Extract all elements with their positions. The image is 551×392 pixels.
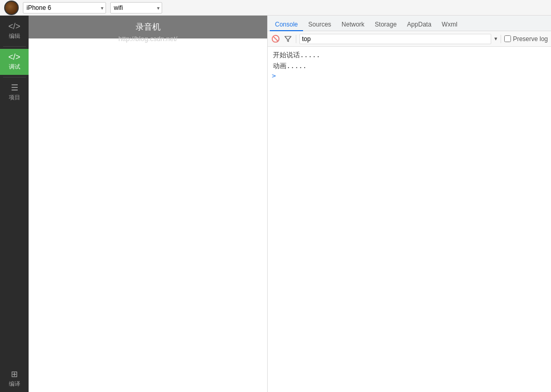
editor-icon: </> <box>8 22 20 31</box>
wifi-select[interactable]: wifi <box>110 2 162 14</box>
phone-area: 录音机 http://blog.csdn.net/ <box>29 16 268 392</box>
toolbar-divider-1 <box>296 35 296 43</box>
debug-icon: </> <box>8 53 20 61</box>
filter-icon[interactable] <box>283 34 293 44</box>
sidebar-label-project: 项目 <box>9 94 20 101</box>
filter-arrow-icon[interactable]: ▾ <box>494 35 497 42</box>
devtools-toolbar: 🚫 ▾ Preserve log <box>268 31 551 47</box>
tab-storage[interactable]: Storage <box>370 19 402 31</box>
tab-console-label: Console <box>275 21 298 28</box>
sidebar-label-editor: 编辑 <box>9 32 20 40</box>
top-toolbar: iPhone 6 wifi <box>0 0 551 16</box>
sidebar: </> 编辑 </> 调试 ☰ 项目 ⊞ 编译 <box>0 16 29 392</box>
wifi-select-wrapper[interactable]: wifi <box>110 2 162 14</box>
tab-wxml-label: Wxml <box>442 21 457 28</box>
phone-title-text: 录音机 <box>136 22 161 33</box>
sidebar-item-editor[interactable]: </> 编辑 <box>0 18 29 44</box>
filter-input[interactable] <box>299 34 491 44</box>
preserve-log-checkbox[interactable] <box>504 35 511 42</box>
devtools-console: 开始说话..... 动画..... <box>268 47 551 392</box>
tab-sources[interactable]: Sources <box>303 19 336 31</box>
sidebar-item-debug[interactable]: </> 调试 <box>0 49 29 75</box>
devtools-tabs: Console Sources Network Storage AppData … <box>268 16 551 31</box>
phone-titlebar: 录音机 <box>29 16 267 38</box>
devtools-panel: Console Sources Network Storage AppData … <box>268 16 551 392</box>
avatar <box>4 1 19 15</box>
compile-icon: ⊞ <box>11 370 18 378</box>
device-select-wrapper[interactable]: iPhone 6 <box>23 2 106 14</box>
sidebar-label-compile: 编译 <box>9 380 20 388</box>
console-line-0: 开始说话..... <box>272 50 547 61</box>
no-entry-icon[interactable]: 🚫 <box>271 34 280 44</box>
phone-screen: 录音机 http://blog.csdn.net/ <box>29 16 267 392</box>
sidebar-item-compile[interactable]: ⊞ 编译 <box>0 366 29 392</box>
toolbar-divider-2 <box>501 35 501 43</box>
sidebar-label-debug: 调试 <box>9 63 20 71</box>
console-prompt[interactable] <box>272 72 547 80</box>
tab-sources-label: Sources <box>308 21 331 28</box>
preserve-log-label[interactable]: Preserve log <box>504 35 548 43</box>
sidebar-item-project[interactable]: ☰ 项目 <box>0 80 29 106</box>
tab-appdata[interactable]: AppData <box>402 19 437 31</box>
tab-console[interactable]: Console <box>270 19 303 31</box>
tab-network-label: Network <box>342 21 364 28</box>
tab-wxml[interactable]: Wxml <box>437 19 463 31</box>
preserve-log-text: Preserve log <box>513 35 548 43</box>
sidebar-divider-2 <box>3 77 26 77</box>
console-line-1: 动画..... <box>272 61 547 72</box>
tab-network[interactable]: Network <box>336 19 370 31</box>
sidebar-divider-1 <box>3 46 26 47</box>
main-area: </> 编辑 </> 调试 ☰ 项目 ⊞ 编译 录音机 http://blog.… <box>0 16 551 392</box>
device-select[interactable]: iPhone 6 <box>23 2 106 14</box>
project-icon: ☰ <box>11 84 18 92</box>
tab-appdata-label: AppData <box>407 21 431 28</box>
tab-storage-label: Storage <box>375 21 397 28</box>
